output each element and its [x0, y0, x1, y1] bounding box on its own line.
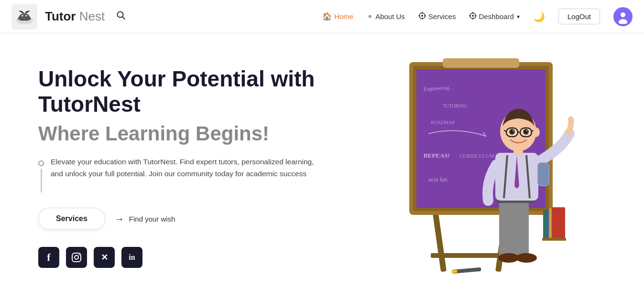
instagram-icon[interactable]: [66, 247, 87, 268]
dark-mode-toggle[interactable]: 🌙: [533, 11, 545, 22]
svg-text:CURRICULUM: CURRICULUM: [459, 153, 495, 159]
navbar: Tutor Nest 🏠 Home ⚬ About Us: [0, 0, 644, 33]
svg-rect-46: [512, 201, 529, 258]
dashboard-icon: [469, 12, 477, 21]
hero-content: Unlock Your Potential with TutorNest Whe…: [38, 66, 338, 268]
svg-line-6: [122, 17, 125, 19]
svg-point-67: [516, 253, 537, 263]
svg-text:ucia lun.: ucia lun.: [428, 176, 448, 183]
svg-point-20: [621, 12, 625, 17]
svg-rect-31: [443, 58, 519, 68]
svg-text:BEPEAS!: BEPEAS!: [424, 152, 450, 159]
nav-services[interactable]: Services: [418, 12, 456, 21]
nav-dashboard[interactable]: Deshboard ▾: [469, 12, 519, 21]
services-icon: [418, 12, 426, 21]
svg-rect-69: [538, 163, 548, 185]
svg-rect-43: [552, 207, 565, 239]
find-wish-link[interactable]: → Find your wish: [115, 213, 175, 224]
svg-rect-44: [542, 238, 566, 241]
brand-name: Tutor Nest: [45, 9, 105, 24]
linkedin-icon[interactable]: in: [121, 247, 142, 268]
hero-actions: Services → Find your wish: [38, 208, 338, 230]
nav-home[interactable]: 🏠 Home: [322, 12, 353, 21]
avatar[interactable]: [613, 7, 633, 26]
chevron-down-icon: ▾: [517, 13, 520, 20]
svg-point-14: [472, 15, 474, 17]
svg-point-23: [75, 255, 78, 259]
hero-title: Unlock Your Potential with TutorNest: [38, 66, 338, 117]
arrow-right-icon: →: [115, 213, 124, 224]
logo-bird-icon: [14, 7, 35, 26]
logo-box: [11, 4, 37, 30]
svg-point-3: [22, 15, 23, 16]
hero-section: Unlock Your Potential with TutorNest Whe…: [0, 33, 644, 287]
svg-point-63: [513, 130, 513, 131]
tutor-illustration: Engineering... TUTORING ROADMAP BEPEAS! …: [385, 53, 591, 282]
search-icon: [116, 11, 126, 20]
hero-image: Engineering... TUTORING ROADMAP BEPEAS! …: [361, 53, 615, 282]
svg-text:ROADMAP: ROADMAP: [431, 120, 455, 125]
navbar-right: 🏠 Home ⚬ About Us Services: [322, 7, 633, 26]
hero-subtitle: Where Learning Begins!: [38, 122, 338, 146]
chalkboard-svg: Engineering... TUTORING ROADMAP BEPEAS! …: [385, 53, 591, 282]
search-button[interactable]: [116, 11, 126, 22]
hero-description: Elevate your education with TutorNest. F…: [51, 156, 328, 180]
logout-button[interactable]: LogOut: [558, 9, 600, 24]
svg-point-24: [78, 254, 79, 255]
svg-point-64: [526, 130, 527, 131]
svg-text:TUTORING: TUTORING: [443, 103, 467, 108]
quote-line: [41, 169, 42, 192]
quote-dot: [38, 160, 44, 166]
avatar-icon: [616, 10, 630, 24]
svg-point-8: [421, 15, 423, 17]
twitter-x-icon[interactable]: ✕: [94, 247, 115, 268]
svg-rect-25: [433, 210, 447, 272]
navbar-left: Tutor Nest: [11, 4, 126, 30]
facebook-icon[interactable]: f: [38, 247, 59, 268]
svg-point-65: [533, 128, 540, 137]
social-icons: f ✕ in: [38, 247, 338, 268]
services-button[interactable]: Services: [38, 208, 105, 230]
nav-about[interactable]: ⚬ About Us: [367, 12, 405, 21]
hero-quote-block: Elevate your education with TutorNest. F…: [38, 156, 338, 192]
about-icon: ⚬: [367, 12, 373, 21]
svg-rect-39: [451, 270, 457, 273]
home-icon: 🏠: [322, 12, 332, 21]
svg-point-4: [26, 15, 27, 16]
